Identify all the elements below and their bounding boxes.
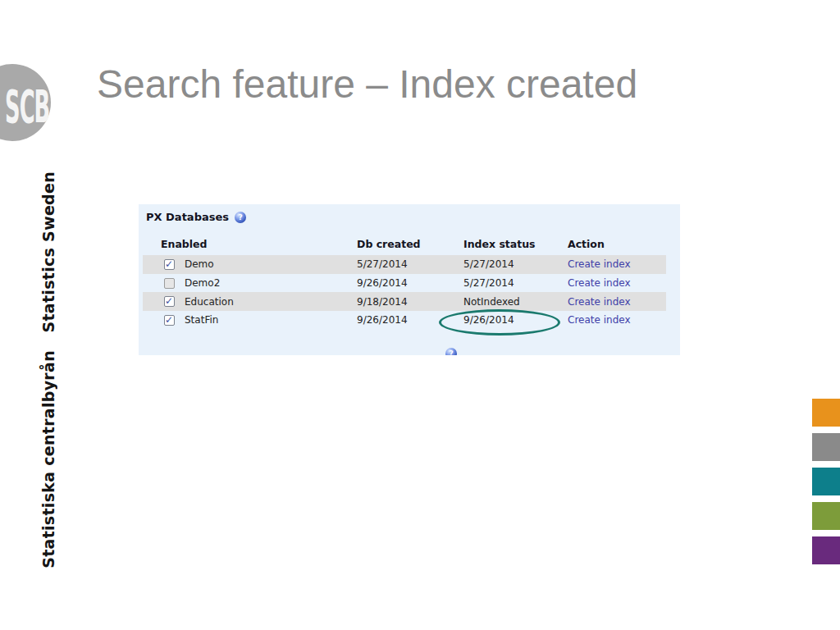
slide: SCB Search feature – Index created Stati…: [0, 0, 840, 630]
accent-square-olive: [812, 502, 840, 530]
column-header-action: Action: [568, 238, 666, 250]
column-header-enabled: Enabled: [143, 238, 357, 250]
vertical-text-statistics-sweden: Statistics Sweden: [39, 171, 57, 333]
table-row: Demo2 9/26/2014 5/27/2014 Create index: [143, 274, 666, 293]
db-created-value: 9/18/2014: [357, 296, 463, 308]
panel-title: PX Databases: [146, 211, 229, 223]
accent-square-purple: [812, 536, 840, 564]
help-icon[interactable]: ?: [235, 212, 246, 223]
enabled-checkbox[interactable]: [164, 259, 175, 270]
database-name: Demo2: [185, 277, 220, 289]
table-row: StatFin 9/26/2014 9/26/2014 Create index: [143, 311, 666, 330]
enabled-checkbox[interactable]: [164, 315, 175, 326]
vertical-text-statistiska-centralbyran: Statistiska centralbyrån: [39, 350, 57, 568]
db-created-value: 5/27/2014: [357, 258, 463, 270]
scb-logo-text: SCB: [5, 84, 49, 130]
page-title: Search feature – Index created: [97, 62, 637, 107]
enabled-checkbox[interactable]: [164, 278, 175, 289]
accent-square-teal: [812, 468, 840, 495]
database-name: Demo: [185, 258, 214, 270]
px-databases-panel: PX Databases ? Enabled Db created Index …: [139, 204, 680, 355]
db-created-value: 9/26/2014: [357, 277, 463, 289]
accent-square-gray: [812, 433, 840, 461]
create-index-link[interactable]: Create index: [568, 296, 631, 308]
index-status-value: 5/27/2014: [463, 277, 568, 289]
index-status-value: NotIndexed: [463, 296, 568, 308]
table-header-row: Enabled Db created Index status Action: [143, 234, 666, 253]
create-index-link[interactable]: Create index: [568, 314, 631, 326]
scb-logo: SCB: [0, 64, 51, 141]
database-name: Education: [185, 296, 234, 308]
index-status-value: 5/27/2014: [463, 258, 568, 270]
create-index-link[interactable]: Create index: [568, 258, 631, 270]
column-header-db-created: Db created: [357, 238, 463, 250]
panel-titlebar: PX Databases ?: [146, 211, 246, 223]
table-row: Education 9/18/2014 NotIndexed Create in…: [143, 292, 666, 311]
index-created-highlight-ellipse: [439, 309, 560, 336]
database-name: StatFin: [185, 314, 218, 326]
table-row: Demo 5/27/2014 5/27/2014 Create index: [143, 255, 666, 274]
column-header-index-status: Index status: [463, 238, 568, 250]
help-icon-partial[interactable]: ?: [445, 348, 457, 355]
accent-square-orange: [812, 399, 840, 427]
enabled-checkbox[interactable]: [164, 296, 175, 307]
create-index-link[interactable]: Create index: [568, 277, 631, 289]
